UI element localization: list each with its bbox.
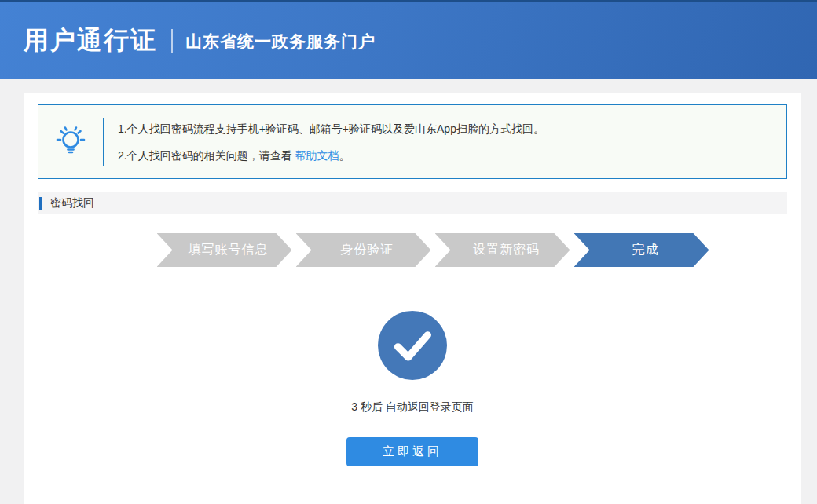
countdown-text: 3 秒后 自动返回登录页面 <box>351 400 474 415</box>
notice-line1: 1.个人找回密码流程支持手机+验证码、邮箱号+验证码以及爱山东App扫脸的方式找… <box>118 115 544 142</box>
help-doc-link[interactable]: 帮助文档 <box>295 149 339 162</box>
page-title: 密码找回 <box>50 196 94 210</box>
brand-divider <box>171 29 173 53</box>
notice-line2-suffix: 。 <box>339 149 350 162</box>
header: 用户通行证 山东省统一政务服务门户 <box>0 0 817 79</box>
lightbulb-icon <box>38 125 103 159</box>
step-complete: 完成 <box>574 233 709 267</box>
return-now-button[interactable]: 立即返回 <box>346 437 478 466</box>
success-check-icon <box>378 311 447 380</box>
main-panel: 1.个人找回密码流程支持手机+验证码、邮箱号+验证码以及爱山东App扫脸的方式找… <box>24 93 801 504</box>
notice-line2-text: 2.个人找回密码的相关问题，请查看 <box>118 149 295 162</box>
notice-box: 1.个人找回密码流程支持手机+验证码、邮箱号+验证码以及爱山东App扫脸的方式找… <box>38 104 787 179</box>
step-identity-verification: 身份验证 <box>296 233 431 267</box>
notice-text: 1.个人找回密码流程支持手机+验证码、邮箱号+验证码以及爱山东App扫脸的方式找… <box>104 115 544 169</box>
step-indicator: 填写账号信息 身份验证 设置新密码 完成 <box>38 233 787 267</box>
portal-title: 山东省统一政务服务门户 <box>185 29 376 53</box>
section-header: 密码找回 <box>38 192 787 214</box>
step-set-new-password: 设置新密码 <box>435 233 570 267</box>
result-area: 3 秒后 自动返回登录页面 立即返回 <box>38 267 787 466</box>
brand-title: 用户通行证 <box>24 24 157 58</box>
step-fill-account-info: 填写账号信息 <box>157 233 292 267</box>
section-accent-bar <box>39 197 42 210</box>
notice-line2: 2.个人找回密码的相关问题，请查看 帮助文档。 <box>118 142 544 169</box>
